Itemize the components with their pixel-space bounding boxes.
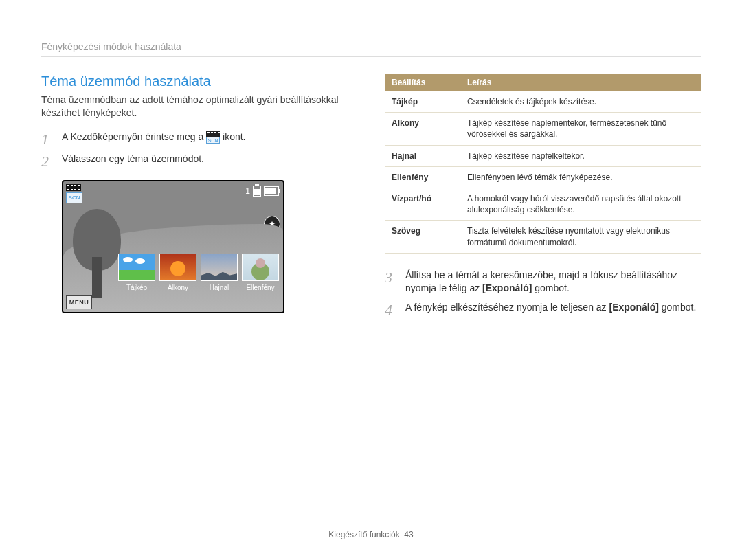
step3-b: gombot. <box>532 282 569 293</box>
step-4: 4 A fénykép elkészítéséhez nyomja le tel… <box>385 301 701 317</box>
step4-b: gombot. <box>659 302 696 313</box>
memory-icon <box>253 186 261 197</box>
step2-text: Válasszon egy téma üzemmódot. <box>62 153 357 166</box>
step-number: 1 <box>41 131 54 147</box>
section-title: Téma üzemmód használata <box>41 74 357 89</box>
step4-a: A fénykép elkészítéséhez nyomja le telje… <box>405 302 609 313</box>
intro-text: Téma üzemmódban az adott témához optimal… <box>41 93 357 120</box>
table-row: EllenfényEllenfényben lévő témák fénykép… <box>385 166 701 188</box>
step-2: 2 Válasszon egy téma üzemmódot. <box>41 153 357 169</box>
footer-label: Kiegészítő funkciók <box>328 530 399 539</box>
table-row: HajnalTájkép készítése napfelkeltekor. <box>385 145 701 166</box>
camera-lcd-preview: SCN 1 ✦ ✿ Tájkép Alkony Ha <box>62 180 284 313</box>
step4-bold: [Exponáló] <box>609 302 659 313</box>
thumb-dawn[interactable] <box>201 254 238 281</box>
table-row: AlkonyTájkép készítése naplementekor, te… <box>385 113 701 145</box>
shot-counter: 1 <box>245 186 250 196</box>
step1-pre: A Kezdőképernyőn érintse meg a <box>62 131 206 142</box>
table-row: Vízpart/hóA homokról vagy hóról visszave… <box>385 188 701 220</box>
footer-page: 43 <box>404 530 413 539</box>
scn-icon: SCN <box>66 192 82 203</box>
th-description: Leírás <box>460 74 701 91</box>
table-row: TájképCsendéletek és tájképek készítése. <box>385 91 701 113</box>
thumb-backlight[interactable] <box>242 254 279 281</box>
breadcrumb: Fényképezési módok használata <box>41 41 701 57</box>
battery-icon <box>264 186 279 196</box>
thumb-landscape[interactable] <box>118 254 155 281</box>
menu-button[interactable]: MENU <box>66 295 92 309</box>
step-1: 1 A Kezdőképernyőn érintse meg a SCN iko… <box>41 131 357 147</box>
step1-post: ikont. <box>223 131 245 142</box>
page-footer: Kiegészítő funkciók 43 <box>0 530 742 539</box>
step3-bold: [Exponáló] <box>482 282 532 293</box>
thumb-next[interactable] <box>283 264 284 291</box>
step-3: 3 Állítsa be a témát a keresőmezőbe, maj… <box>385 269 701 295</box>
scn-mode-icon: SCN <box>206 131 220 144</box>
step-number: 3 <box>385 269 397 285</box>
tree-decoration <box>73 209 121 298</box>
thumb-sunset[interactable] <box>159 254 196 281</box>
th-setting: Beállítás <box>385 74 460 91</box>
film-icon <box>66 184 81 191</box>
settings-table: Beállítás Leírás TájképCsendéletek és tá… <box>385 74 701 254</box>
step-number: 2 <box>41 153 54 169</box>
table-row: SzövegTiszta felvételek készítése nyomta… <box>385 221 701 253</box>
step-number: 4 <box>385 301 397 317</box>
scene-carousel: Tájkép Alkony Hajnal Ellenfény <box>118 254 284 291</box>
